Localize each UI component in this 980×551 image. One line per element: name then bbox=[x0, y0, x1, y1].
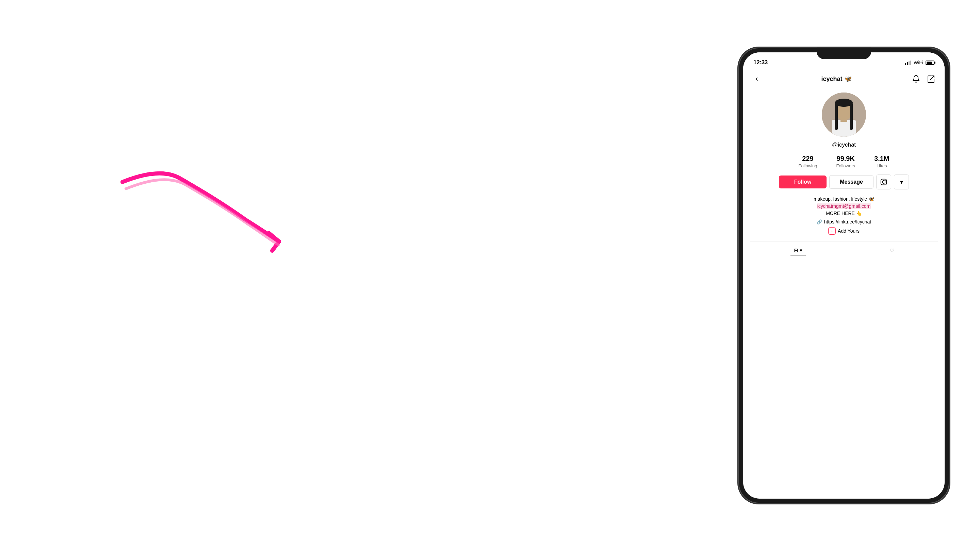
profile-content: @icychat 229 Following 99.9K Followers 3… bbox=[743, 89, 945, 499]
battery-icon bbox=[926, 60, 934, 65]
tab-liked[interactable]: ♡ bbox=[886, 246, 898, 256]
wifi-icon: WiFi bbox=[914, 60, 923, 65]
phone-screen: 12:33 WiFi ‹ bbox=[743, 52, 945, 499]
notification-button[interactable] bbox=[909, 72, 923, 86]
svg-rect-5 bbox=[835, 103, 838, 130]
status-time: 12:33 bbox=[753, 59, 768, 66]
stats-row: 229 Following 99.9K Followers 3.1M Likes bbox=[750, 154, 938, 168]
instagram-button[interactable] bbox=[876, 175, 891, 189]
link-icon: 🔗 bbox=[817, 219, 822, 224]
bio-line-1: makeup, fashion, lifestyle 🦋 bbox=[750, 195, 938, 203]
followers-label: Followers bbox=[836, 163, 855, 168]
avatar bbox=[822, 92, 866, 137]
videos-tabs: ⊞ ▾ ♡ bbox=[750, 241, 938, 258]
avatar-container bbox=[822, 92, 866, 137]
signal-icon bbox=[905, 60, 911, 65]
dropdown-icon: ▾ bbox=[800, 247, 802, 253]
bio-link[interactable]: 🔗 https://linktr.ee/Icychat bbox=[750, 219, 938, 224]
status-icons: WiFi bbox=[905, 60, 934, 65]
phone-wrapper: 12:33 WiFi ‹ bbox=[728, 0, 959, 551]
bio-line-3: MORE HERE 👆 bbox=[750, 210, 938, 217]
profile-title-text: icychat 🦋 bbox=[821, 75, 851, 83]
back-button[interactable]: ‹ bbox=[750, 72, 764, 86]
svg-rect-6 bbox=[850, 103, 853, 130]
message-button[interactable]: Message bbox=[829, 175, 873, 189]
tab-videos[interactable]: ⊞ ▾ bbox=[791, 246, 806, 256]
action-buttons: Follow Message ▾ bbox=[750, 175, 938, 189]
profile-title: icychat 🦋 bbox=[821, 75, 851, 83]
add-yours-icon: + bbox=[828, 227, 836, 235]
link-url-text: https://linktr.ee/Icychat bbox=[824, 219, 872, 224]
following-count: 229 bbox=[802, 154, 813, 163]
stat-likes: 3.1M Likes bbox=[865, 154, 899, 168]
svg-rect-7 bbox=[881, 179, 887, 185]
heart-icon: ♡ bbox=[890, 248, 894, 254]
follow-button[interactable]: Follow bbox=[779, 176, 827, 189]
bio-section: makeup, fashion, lifestyle 🦋 icychatmgmt… bbox=[750, 195, 938, 235]
add-yours-button[interactable]: + Add Yours bbox=[750, 227, 938, 235]
phone-device: 12:33 WiFi ‹ bbox=[738, 48, 950, 503]
back-chevron-icon: ‹ bbox=[756, 75, 758, 83]
svg-point-9 bbox=[885, 180, 886, 181]
phone-notch bbox=[817, 48, 871, 59]
bio-email[interactable]: icychatmgmt@gmail.com bbox=[817, 203, 872, 209]
stat-following: 229 Following bbox=[789, 154, 827, 168]
chevron-down-icon: ▾ bbox=[900, 178, 903, 186]
stat-followers: 99.9K Followers bbox=[827, 154, 865, 168]
header-actions bbox=[909, 72, 938, 86]
likes-count: 3.1M bbox=[874, 154, 889, 163]
add-yours-label: Add Yours bbox=[838, 228, 859, 233]
svg-point-8 bbox=[882, 181, 885, 183]
following-label: Following bbox=[798, 163, 817, 168]
more-button[interactable]: ▾ bbox=[894, 175, 909, 189]
bio-email-line: icychatmgmt@gmail.com bbox=[750, 203, 938, 210]
likes-label: Likes bbox=[877, 163, 887, 168]
app-header: ‹ icychat 🦋 bbox=[743, 69, 945, 89]
username-display: @icychat bbox=[832, 141, 856, 148]
grid-icon: ⊞ bbox=[794, 247, 798, 253]
share-button[interactable] bbox=[924, 72, 938, 86]
followers-count: 99.9K bbox=[837, 154, 855, 163]
